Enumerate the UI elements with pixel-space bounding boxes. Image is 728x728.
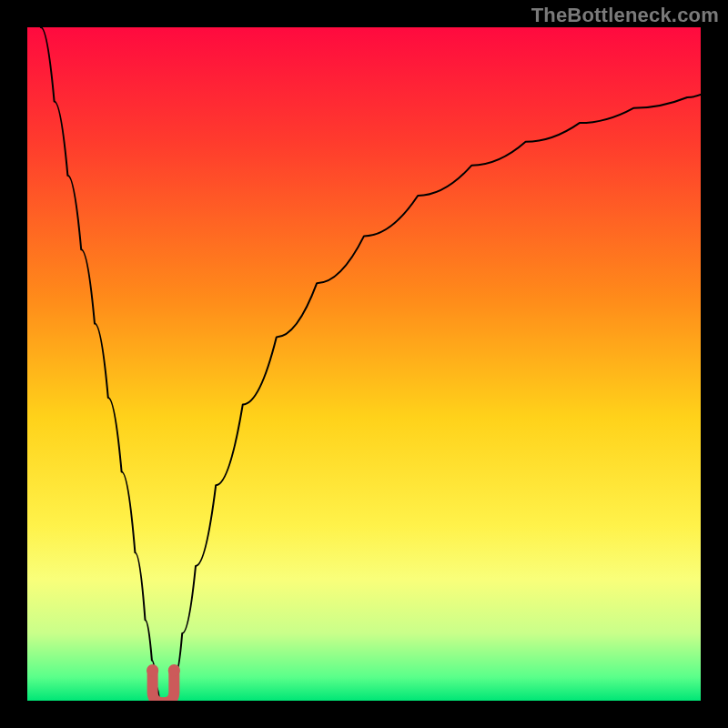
valley-marker-endcap [147, 664, 158, 676]
chart-plot-area [27, 27, 701, 701]
chart-svg [27, 27, 701, 701]
chart-background [27, 27, 701, 701]
valley-marker-endcap [168, 664, 180, 676]
chart-frame: TheBottleneck.com [0, 0, 728, 728]
watermark-text: TheBottleneck.com [531, 4, 719, 27]
